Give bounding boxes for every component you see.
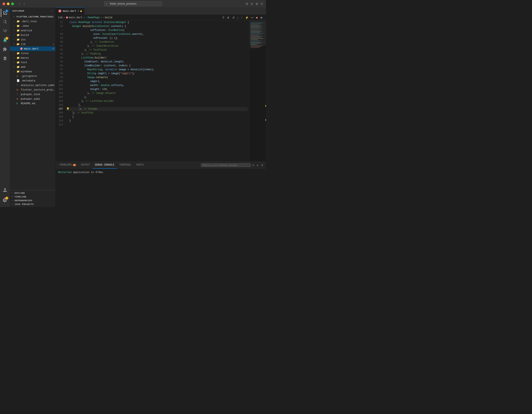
sidebar-section-java-projects[interactable]: › JAVA PROJECTS: [10, 202, 55, 206]
folder-icon: 📁: [17, 29, 20, 32]
titlebar-right-controls: ⊞ ⊟ ⊠ ⊡: [245, 2, 264, 6]
main-layout: 1 1 1 Explorer: [0, 8, 266, 207]
sidebar-item-windows[interactable]: › 📁 windows: [10, 69, 55, 74]
sidebar-item-pubspec-lock[interactable]: ! pubspec.lock: [10, 92, 55, 97]
layout-btn-3[interactable]: ⊠: [255, 2, 258, 6]
layout-btn-1[interactable]: ⊞: [245, 2, 249, 6]
activity-settings[interactable]: 1: [1, 196, 9, 204]
svg-rect-14: [251, 37, 260, 37]
sidebar-item-test[interactable]: › 📁 test: [10, 60, 55, 65]
git-file-icon: ⊙: [17, 74, 20, 78]
sidebar-section-timeline[interactable]: › TIMELINE: [10, 195, 55, 199]
sidebar-item-pubspec-yaml[interactable]: ⊛ pubspec.yaml: [10, 97, 55, 101]
maximize-button[interactable]: [11, 2, 14, 5]
tree-project-root[interactable]: ▾ FLUTTER_LECTURE_PRACTISE1: [10, 15, 55, 19]
activity-source-control[interactable]: [1, 27, 9, 35]
debug-stop-button[interactable]: ■: [255, 16, 258, 20]
console-filter-input[interactable]: [201, 163, 251, 167]
sidebar-item-readme[interactable]: ℹ README.md: [10, 101, 55, 106]
breadcrumb-method-icon: ○: [103, 16, 104, 19]
line-num-94: 94: [57, 56, 63, 60]
chevron-right-icon: ›: [12, 196, 15, 198]
activity-debug[interactable]: 1: [1, 36, 9, 44]
sidebar-item-iml[interactable]: ⊛ flutter_lecture_practice1.iml: [10, 87, 55, 92]
panel-tab-problems[interactable]: PROBLEMS 4: [57, 162, 79, 169]
line-num-100: 100: [57, 80, 63, 83]
folder-icon: 📁: [17, 70, 20, 73]
panel-tab-ports[interactable]: PORTS: [134, 162, 146, 169]
debug-console-tab-label: DEBUG CONSOLE: [95, 164, 114, 166]
line-num-25: 25: [57, 24, 63, 28]
layout-btn-4[interactable]: ⊡: [260, 2, 264, 6]
code-content[interactable]: class HomePage extends StatelessWidget {…: [65, 20, 249, 161]
lock-file-icon: !: [17, 93, 20, 96]
activity-explorer[interactable]: 1: [1, 9, 9, 17]
svg-rect-8: [251, 31, 262, 31]
sidebar-item-build[interactable]: › 📁 build: [10, 33, 55, 37]
sidebar-item-dart-tool[interactable]: › 📁 .dart_tool: [10, 19, 55, 24]
debug-reload-button[interactable]: ↩: [250, 16, 254, 20]
debug-step-up-button[interactable]: ↑: [240, 16, 243, 20]
sidebar-item-main-dart[interactable]: 🎯 main.dart 4: [10, 46, 55, 51]
sidebar-more-button[interactable]: ···: [50, 9, 53, 13]
code-editor[interactable]: 21 25 ⌕ 88 89 90 91 92 93 94 95 96 97 98…: [56, 20, 249, 161]
code-line-105: ), // ListView.builder: [66, 99, 248, 103]
breadcrumb-main-dart: main.dart: [69, 16, 83, 19]
panel-tab-terminal[interactable]: TERMINAL: [117, 162, 134, 169]
sidebar-item-macos[interactable]: › 📁 macos: [10, 55, 55, 60]
sidebar-item-idea[interactable]: › 📁 .idea: [10, 24, 55, 28]
debug-flash-button[interactable]: ⚡: [244, 16, 249, 20]
layout-btn-2[interactable]: ⊟: [250, 2, 254, 6]
debug-layout-button[interactable]: ⠿: [221, 16, 225, 20]
sidebar-item-web[interactable]: › 📁 web: [10, 65, 55, 69]
debug-restart-button[interactable]: ↺: [231, 16, 236, 20]
tab-main-dart[interactable]: 🎯 main.dart 4: [56, 8, 85, 15]
line-num-106: 106: [57, 103, 63, 107]
svg-rect-5: [251, 28, 263, 28]
line-num-103: 103: [57, 91, 63, 95]
debug-inspect-button[interactable]: ⊕: [259, 16, 264, 20]
debug-pause-button[interactable]: ⏸: [226, 16, 230, 20]
tree-item-label: pubspec.lock: [21, 93, 55, 96]
panel-tab-output[interactable]: OUTPUT: [79, 162, 93, 169]
sidebar-section-outline[interactable]: › OUTLINE: [10, 191, 55, 195]
line-num-110: 110: [57, 119, 63, 123]
minimap: [249, 20, 266, 161]
sidebar-item-android[interactable]: › 📁 android: [10, 28, 55, 33]
activity-bottom: 1: [1, 185, 9, 206]
activity-search[interactable]: [1, 18, 9, 26]
tree-item-label: build: [21, 34, 55, 37]
panel-list-view-button[interactable]: ≡: [251, 163, 255, 167]
breadcrumb-class-icon: ○: [86, 16, 87, 19]
activity-account[interactable]: [1, 186, 9, 194]
panel-tab-debug-console[interactable]: DEBUG CONSOLE: [93, 162, 117, 169]
problems-badge: 4: [73, 164, 76, 166]
panel-collapse-button[interactable]: ∧: [256, 163, 259, 167]
activity-extensions[interactable]: [1, 45, 9, 54]
minimize-button[interactable]: [7, 2, 10, 5]
debug-step-over-button[interactable]: ↓: [236, 16, 239, 20]
tab-label: main.dart: [63, 10, 76, 13]
code-line-98: String imgUrl = image["imgUrl"];: [66, 72, 248, 76]
minimap-code-visual: [250, 20, 266, 124]
sidebar-item-analysis-options[interactable]: ! analysis_options.yaml: [10, 83, 55, 87]
line-num-104: 104: [57, 95, 63, 99]
code-line-21: class HomePage extends StatelessWidget {: [66, 20, 248, 24]
sidebar-item-metadata[interactable]: 📄 .metadata: [10, 78, 55, 83]
search-input[interactable]: [104, 1, 162, 6]
window-controls: [2, 2, 14, 5]
sidebar-item-gitignore[interactable]: ⊙ .gitignore: [10, 74, 55, 78]
sidebar-section-dependencies[interactable]: › DEPENDENCIES: [10, 199, 55, 202]
sidebar-item-lib[interactable]: ▾ 📂 lib ●: [10, 42, 55, 46]
sidebar-item-ios[interactable]: › 📁 ios: [10, 37, 55, 42]
activity-remote[interactable]: [1, 54, 9, 63]
chevron-right-icon: ›: [12, 203, 15, 206]
line-num-search: ⌕: [57, 28, 63, 32]
nav-back-button[interactable]: ‹: [18, 1, 22, 6]
nav-forward-button[interactable]: ›: [22, 1, 26, 6]
sidebar-item-linux[interactable]: › 📁 linux: [10, 51, 55, 55]
close-button[interactable]: [2, 2, 5, 5]
svg-rect-10: [251, 33, 263, 33]
panel-close-button[interactable]: ✕: [260, 163, 264, 167]
titlebar-search-container: ⌕: [104, 1, 162, 6]
